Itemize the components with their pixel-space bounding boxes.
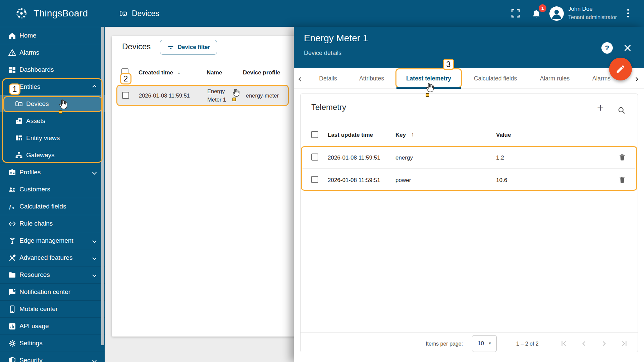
folder-icon <box>8 271 16 279</box>
sidebar-item-calculated-fields[interactable]: ƒx Calculated fields <box>0 198 105 215</box>
previous-page-icon[interactable] <box>580 339 588 348</box>
sidebar-item-edge-management[interactable]: Edge management <box>0 232 105 249</box>
last-page-icon[interactable] <box>620 339 629 348</box>
telemetry-value: 1.2 <box>496 155 504 161</box>
tab-details[interactable]: Details <box>319 68 337 89</box>
sidebar-item-entities[interactable]: Entities <box>0 78 105 95</box>
sidebar-item-mobile-center[interactable]: Mobile center <box>0 300 105 317</box>
search-icon[interactable] <box>617 106 626 115</box>
more-menu-button[interactable] <box>627 9 629 19</box>
add-telemetry-button[interactable]: + <box>597 101 604 114</box>
sidebar-item-label: Edge management <box>19 237 73 244</box>
column-header-name[interactable]: Name <box>207 69 222 76</box>
first-page-icon[interactable] <box>559 339 568 348</box>
tab-attributes[interactable]: Attributes <box>359 68 384 89</box>
row-checkbox[interactable] <box>311 154 318 161</box>
shield-icon <box>8 356 16 362</box>
sidebar-item-customers[interactable]: Customers <box>0 181 105 198</box>
sidebar-item-label: Rule chains <box>19 220 53 227</box>
drawer-subtitle: Device details <box>304 50 341 57</box>
select-all-checkbox[interactable] <box>121 68 128 75</box>
sidebar-item-api-usage[interactable]: API usage <box>0 317 105 335</box>
user-avatar[interactable] <box>549 6 564 21</box>
thingsboard-app: ThingsBoard Devices 1 John Doe Tenant ad… <box>0 0 644 362</box>
sort-descending-icon: ↓ <box>177 69 180 76</box>
tab-calculated-fields[interactable]: Calculated fields <box>474 68 517 89</box>
notification-center-icon <box>8 288 16 296</box>
profiles-icon <box>8 168 16 177</box>
device-filter-button[interactable]: Device filter <box>160 40 217 55</box>
sidebar-item-profiles[interactable]: Profiles <box>0 164 105 181</box>
sidebar-item-rule-chains[interactable]: Rule chains <box>0 215 105 232</box>
telemetry-card: Telemetry + Last update time Key ↑ Value… <box>300 94 638 352</box>
column-header-device-profile[interactable]: Device profile <box>243 69 280 76</box>
page-size-value: 10 <box>478 340 484 347</box>
sidebar-item-entity-views[interactable]: Entity views <box>0 129 105 146</box>
devices-breadcrumb-icon <box>119 9 127 17</box>
column-header-created-time[interactable]: Created time <box>139 69 173 76</box>
devices-icon <box>15 100 23 108</box>
fullscreen-button[interactable] <box>510 8 521 19</box>
column-header-last-update-time[interactable]: Last update time <box>328 132 373 138</box>
page-size-select[interactable]: 10 ▼ <box>472 335 497 352</box>
sidebar-item-alarms[interactable]: Alarms <box>0 44 105 61</box>
gear-icon <box>8 339 16 348</box>
edit-device-fab[interactable] <box>609 58 632 80</box>
edge-antenna-icon <box>8 237 16 245</box>
help-button[interactable]: ? <box>601 42 613 54</box>
svg-text:x: x <box>12 206 14 209</box>
tab-latest-telemetry[interactable]: Latest telemetry <box>406 68 451 89</box>
sidebar-item-settings[interactable]: Settings <box>0 335 105 352</box>
device-details-drawer: Energy Meter 1 Device details ? Details … <box>294 27 644 362</box>
bar-chart-icon <box>8 322 16 330</box>
row-divider <box>303 168 635 169</box>
sidebar-item-notification-center[interactable]: Notification center <box>0 283 105 300</box>
hand-cursor <box>231 88 241 99</box>
sidebar-item-gateways[interactable]: Gateways <box>0 146 105 164</box>
device-table-row[interactable]: 2026-01-08 11:59:51 EnergyMeter 1 energy… <box>116 85 289 106</box>
sidebar-item-label: Alarms <box>19 49 39 56</box>
sidebar-item-dashboards[interactable]: Dashboards <box>0 61 105 78</box>
column-header-key[interactable]: Key <box>395 132 406 138</box>
sidebar-item-advanced-features[interactable]: Advanced features <box>0 249 105 266</box>
entities-icon <box>8 83 16 91</box>
sidebar-item-devices[interactable]: Devices <box>0 95 105 112</box>
sidebar-item-resources[interactable]: Resources <box>0 266 105 283</box>
sidebar-item-label: Dashboards <box>19 66 54 73</box>
telemetry-time: 2026-01-08 11:59:51 <box>328 177 380 184</box>
delete-trash-icon[interactable] <box>618 153 626 161</box>
sidebar-item-home[interactable]: Home <box>0 27 105 44</box>
tab-alarms[interactable]: Alarms <box>592 68 610 89</box>
column-header-value[interactable]: Value <box>496 132 511 138</box>
telemetry-select-all-checkbox[interactable] <box>311 131 318 138</box>
user-name: John Doe <box>568 6 593 12</box>
tabs-scroll-right-icon[interactable] <box>635 76 638 82</box>
home-icon <box>8 32 16 40</box>
select-caret-icon: ▼ <box>488 341 492 345</box>
row-created-time: 2026-01-08 11:59:51 <box>139 93 190 99</box>
sidebar-item-label: Advanced features <box>19 254 72 261</box>
sidebar-nav: Home Alarms Dashboards Entities Devices … <box>0 27 105 362</box>
sidebar-item-label: Assets <box>26 117 45 125</box>
sidebar-item-security[interactable]: Security <box>0 352 105 362</box>
row-checkbox[interactable] <box>311 176 318 183</box>
active-tab-underline <box>396 87 461 89</box>
tabs-scroll-left-icon[interactable] <box>299 76 302 82</box>
delete-trash-icon[interactable] <box>618 176 626 184</box>
sidebar-item-label: Devices <box>26 100 49 108</box>
chevron-down-icon <box>92 239 97 243</box>
telemetry-time: 2026-01-08 11:59:51 <box>328 155 380 161</box>
sidebar-item-label: Entities <box>19 83 40 90</box>
chevron-down-icon <box>92 170 97 175</box>
app-name: ThingsBoard <box>34 0 88 27</box>
sidebar-item-assets[interactable]: Assets <box>0 112 105 129</box>
sidebar-scrollbar[interactable] <box>101 27 104 345</box>
close-icon[interactable] <box>623 43 632 53</box>
next-page-icon[interactable] <box>600 339 608 348</box>
row-checkbox[interactable] <box>122 92 129 99</box>
gateways-icon <box>15 151 23 159</box>
telemetry-key: energy <box>395 155 413 161</box>
sidebar-item-label: Entity views <box>26 134 60 142</box>
tab-alarm-rules[interactable]: Alarm rules <box>540 68 570 89</box>
sort-ascending-icon: ↑ <box>411 131 414 138</box>
